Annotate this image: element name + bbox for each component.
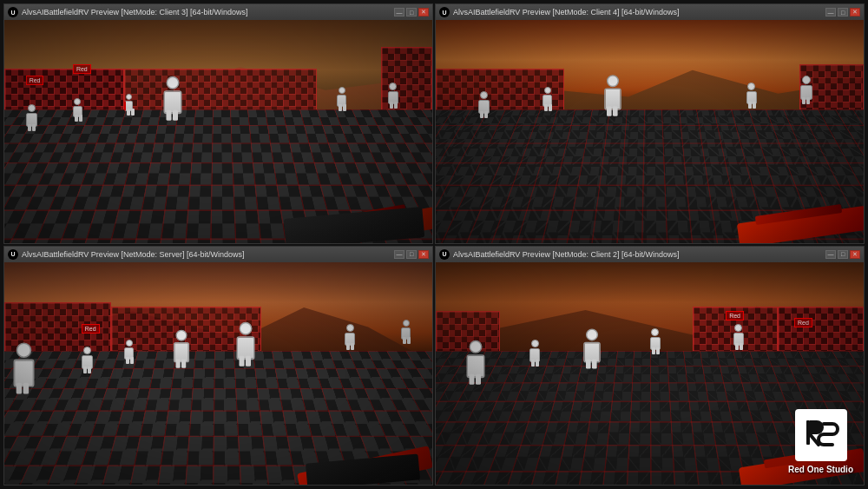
minimize-button-client3[interactable]: — [394,8,404,17]
viewport-canvas-server: Red [4,262,432,486]
ue-logo-client2: U [439,249,450,260]
viewport-canvas-client3: Red Red [4,20,432,243]
viewport-client3: U AlvsAIBattlefieldRV Preview [NetMode: … [3,3,433,244]
close-button-client4[interactable]: ✕ [850,8,860,17]
titlebar-left-client3: U AlvsAIBattlefieldRV Preview [NetMode: … [8,7,247,17]
minimize-button-client4[interactable]: — [825,8,836,17]
titlebar-client3: U AlvsAIBattlefieldRV Preview [NetMode: … [4,4,432,20]
titlebar-left-client4: U AlvsAIBattlefieldRV Preview [NetMode: … [439,7,679,17]
close-button-server[interactable]: ✕ [418,250,429,259]
game-scene-client3: Red Red [4,20,432,243]
ue-logo-client4: U [439,7,450,17]
minimize-button-client2[interactable]: — [825,250,836,259]
titlebar-title-client2: AlvsAIBattlefieldRV Preview [NetMode: Cl… [453,250,679,259]
titlebar-title-client4: AlvsAIBattlefieldRV Preview [NetMode: Cl… [453,8,679,17]
close-button-client3[interactable]: ✕ [418,8,429,17]
main-container: U AlvsAIBattlefieldRV Preview [NetMode: … [0,0,868,489]
viewport-server: U AlvsAIBattlefieldRV Preview [NetMode: … [3,246,433,486]
titlebar-controls-client4[interactable]: — □ ✕ [825,8,860,17]
maximize-button-client4[interactable]: □ [838,8,848,17]
maximize-button-server[interactable]: □ [406,250,417,259]
close-button-client2[interactable]: ✕ [850,250,860,259]
svg-rect-1 [806,420,810,445]
ue-logo-server: U [8,249,18,260]
titlebar-controls-client3[interactable]: — □ ✕ [394,8,429,17]
titlebar-controls-server[interactable]: — □ ✕ [394,250,429,259]
maximize-button-client3[interactable]: □ [406,8,417,17]
watermark: Red One Studio [788,409,853,474]
viewport-client4: U AlvsAIBattlefieldRV Preview [NetMode: … [435,3,865,244]
titlebar-client4: U AlvsAIBattlefieldRV Preview [NetMode: … [436,4,864,20]
watermark-text: Red One Studio [788,465,853,474]
titlebar-title-client3: AlvsAIBattlefieldRV Preview [NetMode: Cl… [22,8,247,17]
titlebar-left-server: U AlvsAIBattlefieldRV Preview [NetMode: … [8,249,244,260]
minimize-button-server[interactable]: — [394,250,404,259]
titlebar-server: U AlvsAIBattlefieldRV Preview [NetMode: … [4,247,432,262]
viewport-canvas-client4 [436,20,864,243]
viewport-client2: U AlvsAIBattlefieldRV Preview [NetMode: … [435,246,865,486]
titlebar-title-server: AlvsAIBattlefieldRV Preview [NetMode: Se… [22,250,244,259]
ue-logo: U [8,7,18,17]
watermark-logo [795,409,847,461]
game-scene-server: Red [4,262,432,486]
maximize-button-client2[interactable]: □ [838,250,848,259]
game-scene-client4 [436,20,864,243]
titlebar-left-client2: U AlvsAIBattlefieldRV Preview [NetMode: … [439,249,679,260]
titlebar-client2: U AlvsAIBattlefieldRV Preview [NetMode: … [436,247,864,262]
titlebar-controls-client2[interactable]: — □ ✕ [825,250,860,259]
